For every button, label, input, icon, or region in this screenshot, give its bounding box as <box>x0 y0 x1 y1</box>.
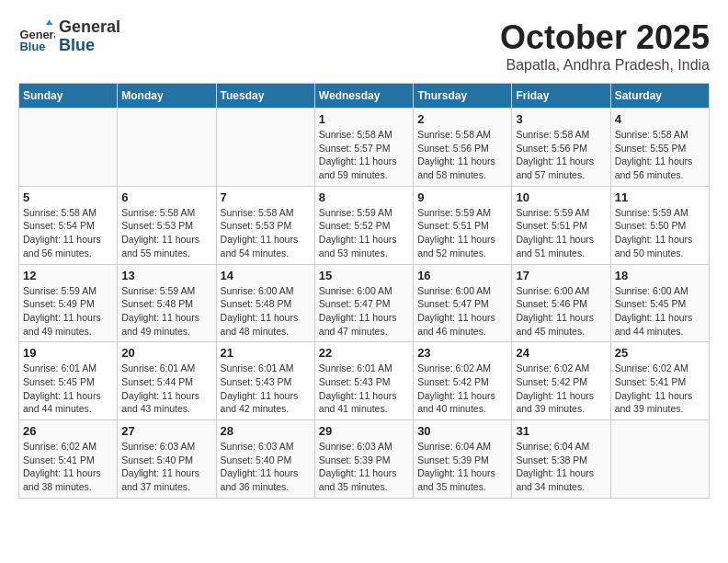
cell-info-text: Sunrise: 5:58 AM Sunset: 5:56 PM Dayligh… <box>516 128 606 182</box>
cell-info-text: Sunrise: 5:58 AM Sunset: 5:53 PM Dayligh… <box>221 206 311 260</box>
calendar-cell: 28Sunrise: 6:03 AM Sunset: 5:40 PM Dayli… <box>216 420 314 499</box>
calendar-cell: 20Sunrise: 6:01 AM Sunset: 5:44 PM Dayli… <box>118 342 216 420</box>
logo: General Blue General Blue <box>18 18 120 55</box>
calendar-cell: 21Sunrise: 6:01 AM Sunset: 5:43 PM Dayli… <box>216 342 314 420</box>
cell-info-text: Sunrise: 5:59 AM Sunset: 5:49 PM Dayligh… <box>23 284 113 339</box>
cell-info-text: Sunrise: 6:04 AM Sunset: 5:38 PM Dayligh… <box>516 440 606 494</box>
weekday-header-saturday: Saturday <box>610 84 709 109</box>
calendar-week-3: 12Sunrise: 5:59 AM Sunset: 5:49 PM Dayli… <box>19 264 710 342</box>
calendar-cell: 18Sunrise: 6:00 AM Sunset: 5:45 PM Dayli… <box>610 264 709 342</box>
cell-info-text: Sunrise: 6:02 AM Sunset: 5:42 PM Dayligh… <box>516 362 606 416</box>
cell-info-text: Sunrise: 5:58 AM Sunset: 5:54 PM Dayligh… <box>23 206 113 260</box>
cell-date-number: 18 <box>615 269 705 282</box>
cell-date-number: 23 <box>417 346 507 360</box>
title-block: October 2025 Bapatla, Andhra Pradesh, In… <box>500 18 710 74</box>
calendar-cell: 16Sunrise: 6:00 AM Sunset: 5:47 PM Dayli… <box>414 264 512 342</box>
cell-info-text: Sunrise: 5:59 AM Sunset: 5:52 PM Dayligh… <box>319 206 409 260</box>
calendar-cell: 27Sunrise: 6:03 AM Sunset: 5:40 PM Dayli… <box>118 420 216 499</box>
cell-date-number: 10 <box>516 190 606 204</box>
weekday-header-wednesday: Wednesday <box>314 84 413 109</box>
cell-info-text: Sunrise: 6:03 AM Sunset: 5:39 PM Dayligh… <box>319 440 409 494</box>
calendar-cell: 25Sunrise: 6:02 AM Sunset: 5:41 PM Dayli… <box>610 342 709 420</box>
logo-general-text: General <box>59 18 120 37</box>
cell-info-text: Sunrise: 6:02 AM Sunset: 5:41 PM Dayligh… <box>615 362 705 416</box>
cell-date-number: 8 <box>319 190 409 204</box>
cell-date-number: 16 <box>417 269 507 282</box>
calendar-cell: 5Sunrise: 5:58 AM Sunset: 5:54 PM Daylig… <box>19 186 118 264</box>
cell-date-number: 31 <box>516 424 606 438</box>
cell-date-number: 26 <box>23 424 113 438</box>
cell-date-number: 7 <box>221 190 311 204</box>
cell-info-text: Sunrise: 6:03 AM Sunset: 5:40 PM Dayligh… <box>221 440 311 494</box>
cell-date-number: 28 <box>221 424 311 438</box>
calendar-cell: 11Sunrise: 5:59 AM Sunset: 5:50 PM Dayli… <box>610 186 709 264</box>
calendar-cell: 4Sunrise: 5:58 AM Sunset: 5:55 PM Daylig… <box>610 109 709 187</box>
calendar-header-row: SundayMondayTuesdayWednesdayThursdayFrid… <box>19 84 710 109</box>
cell-date-number: 20 <box>121 346 211 360</box>
page-subtitle: Bapatla, Andhra Pradesh, India <box>500 57 710 74</box>
calendar-cell: 13Sunrise: 5:59 AM Sunset: 5:48 PM Dayli… <box>118 264 216 342</box>
cell-date-number: 29 <box>319 424 409 438</box>
cell-date-number: 11 <box>615 190 705 204</box>
calendar-cell <box>118 109 216 187</box>
cell-date-number: 15 <box>319 269 409 282</box>
cell-date-number: 6 <box>121 190 211 204</box>
cell-date-number: 5 <box>23 190 113 204</box>
calendar-cell: 12Sunrise: 5:59 AM Sunset: 5:49 PM Dayli… <box>19 264 118 342</box>
cell-info-text: Sunrise: 6:01 AM Sunset: 5:43 PM Dayligh… <box>221 362 311 416</box>
calendar-cell <box>19 109 118 187</box>
calendar-cell: 8Sunrise: 5:59 AM Sunset: 5:52 PM Daylig… <box>314 186 413 264</box>
cell-info-text: Sunrise: 6:04 AM Sunset: 5:39 PM Dayligh… <box>417 440 507 494</box>
calendar-cell: 15Sunrise: 6:00 AM Sunset: 5:47 PM Dayli… <box>314 264 413 342</box>
cell-info-text: Sunrise: 5:58 AM Sunset: 5:53 PM Dayligh… <box>121 206 211 260</box>
calendar-cell: 17Sunrise: 6:00 AM Sunset: 5:46 PM Dayli… <box>512 264 610 342</box>
calendar-cell: 7Sunrise: 5:58 AM Sunset: 5:53 PM Daylig… <box>216 186 314 264</box>
cell-date-number: 24 <box>516 346 606 360</box>
cell-date-number: 9 <box>417 190 507 204</box>
cell-date-number: 2 <box>417 112 507 126</box>
calendar-table: SundayMondayTuesdayWednesdayThursdayFrid… <box>18 83 710 499</box>
cell-info-text: Sunrise: 6:00 AM Sunset: 5:47 PM Dayligh… <box>319 284 409 339</box>
cell-info-text: Sunrise: 5:58 AM Sunset: 5:57 PM Dayligh… <box>319 128 409 182</box>
calendar-cell: 23Sunrise: 6:02 AM Sunset: 5:42 PM Dayli… <box>414 342 512 420</box>
cell-date-number: 14 <box>221 269 311 282</box>
cell-date-number: 25 <box>615 346 705 360</box>
calendar-cell: 10Sunrise: 5:59 AM Sunset: 5:51 PM Dayli… <box>512 186 610 264</box>
cell-info-text: Sunrise: 5:59 AM Sunset: 5:51 PM Dayligh… <box>417 206 507 260</box>
calendar-cell: 14Sunrise: 6:00 AM Sunset: 5:48 PM Dayli… <box>216 264 314 342</box>
calendar-week-1: 1Sunrise: 5:58 AM Sunset: 5:57 PM Daylig… <box>19 109 710 187</box>
calendar-cell: 1Sunrise: 5:58 AM Sunset: 5:57 PM Daylig… <box>314 109 413 187</box>
weekday-header-friday: Friday <box>512 84 610 109</box>
cell-info-text: Sunrise: 5:59 AM Sunset: 5:48 PM Dayligh… <box>121 284 211 339</box>
weekday-header-monday: Monday <box>118 84 216 109</box>
cell-info-text: Sunrise: 5:59 AM Sunset: 5:51 PM Dayligh… <box>516 206 606 260</box>
cell-info-text: Sunrise: 5:59 AM Sunset: 5:50 PM Dayligh… <box>615 206 705 260</box>
calendar-cell: 24Sunrise: 6:02 AM Sunset: 5:42 PM Dayli… <box>512 342 610 420</box>
calendar-cell: 31Sunrise: 6:04 AM Sunset: 5:38 PM Dayli… <box>512 420 610 499</box>
weekday-header-thursday: Thursday <box>414 84 512 109</box>
calendar-cell: 19Sunrise: 6:01 AM Sunset: 5:45 PM Dayli… <box>19 342 118 420</box>
cell-date-number: 27 <box>121 424 211 438</box>
cell-info-text: Sunrise: 6:00 AM Sunset: 5:45 PM Dayligh… <box>615 284 705 339</box>
calendar-cell <box>216 109 314 187</box>
cell-info-text: Sunrise: 6:00 AM Sunset: 5:46 PM Dayligh… <box>516 284 606 339</box>
calendar-cell: 6Sunrise: 5:58 AM Sunset: 5:53 PM Daylig… <box>118 186 216 264</box>
page-title: October 2025 <box>500 18 710 57</box>
logo-words: General Blue <box>59 18 120 55</box>
calendar-cell: 3Sunrise: 5:58 AM Sunset: 5:56 PM Daylig… <box>512 109 610 187</box>
calendar-cell: 26Sunrise: 6:02 AM Sunset: 5:41 PM Dayli… <box>19 420 118 499</box>
cell-info-text: Sunrise: 5:58 AM Sunset: 5:55 PM Dayligh… <box>615 128 705 182</box>
cell-info-text: Sunrise: 5:58 AM Sunset: 5:56 PM Dayligh… <box>417 128 507 182</box>
cell-date-number: 30 <box>417 424 507 438</box>
cell-info-text: Sunrise: 6:01 AM Sunset: 5:43 PM Dayligh… <box>319 362 409 416</box>
calendar-cell: 29Sunrise: 6:03 AM Sunset: 5:39 PM Dayli… <box>314 420 413 499</box>
calendar-week-2: 5Sunrise: 5:58 AM Sunset: 5:54 PM Daylig… <box>19 186 710 264</box>
cell-info-text: Sunrise: 6:00 AM Sunset: 5:47 PM Dayligh… <box>417 284 507 339</box>
cell-info-text: Sunrise: 6:03 AM Sunset: 5:40 PM Dayligh… <box>121 440 211 494</box>
calendar-cell <box>610 420 709 499</box>
cell-info-text: Sunrise: 6:02 AM Sunset: 5:41 PM Dayligh… <box>23 440 113 494</box>
page-header: General Blue General Blue October 2025 B… <box>18 18 710 74</box>
cell-date-number: 3 <box>516 112 606 126</box>
logo-icon: General Blue <box>18 18 55 55</box>
calendar-cell: 9Sunrise: 5:59 AM Sunset: 5:51 PM Daylig… <box>414 186 512 264</box>
